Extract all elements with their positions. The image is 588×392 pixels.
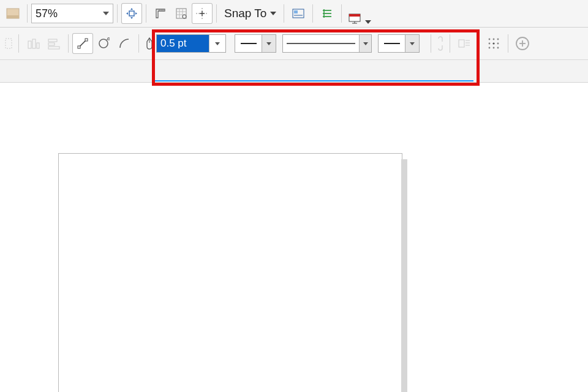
svg-rect-17: [294, 10, 298, 13]
stroke-weight-value[interactable]: 0.5 pt: [157, 35, 209, 52]
svg-rect-27: [6, 39, 12, 48]
chevron-down-icon: [103, 12, 109, 15]
svg-rect-33: [48, 47, 59, 49]
pen-icon: [145, 37, 154, 50]
svg-point-55: [493, 47, 495, 49]
arc-tool[interactable]: [114, 33, 135, 54]
separator: [341, 4, 342, 23]
svg-rect-2: [129, 11, 134, 16]
link-icon: [437, 36, 444, 51]
arc-icon: [118, 37, 130, 50]
svg-point-37: [99, 39, 108, 48]
svg-rect-44: [459, 40, 464, 47]
properties-toolbar: 0.5 pt: [0, 28, 588, 59]
presentation-icon: [348, 13, 361, 24]
guides-toggle[interactable]: [192, 3, 213, 24]
rulers-toggle[interactable]: [150, 3, 171, 24]
ellipse-tool[interactable]: [93, 33, 114, 54]
svg-rect-6: [176, 9, 186, 18]
zoom-in-button[interactable]: [512, 33, 533, 54]
baseline-grid-button[interactable]: [317, 3, 337, 24]
svg-point-56: [497, 47, 499, 49]
chevron-down-icon: [215, 42, 220, 45]
svg-point-54: [489, 47, 491, 49]
svg-point-49: [489, 39, 491, 40]
stroke-weight-dropdown[interactable]: [209, 35, 225, 52]
pen-weight-icon-btn: [143, 33, 156, 54]
snap-label: Snap To: [224, 7, 266, 20]
pan-button[interactable]: [121, 3, 142, 24]
crosshair-icon: [195, 7, 209, 20]
grid-toggle[interactable]: [171, 3, 192, 24]
line-end-preview: [383, 41, 401, 46]
separator: [508, 34, 508, 53]
page[interactable]: [58, 153, 402, 392]
object-tool[interactable]: [2, 33, 15, 54]
line-start-dropdown[interactable]: [262, 35, 276, 52]
master-page-button[interactable]: [288, 3, 309, 24]
lock-ratio[interactable]: [435, 33, 446, 54]
group-center-button[interactable]: [483, 33, 504, 54]
svg-rect-36: [85, 39, 88, 41]
svg-point-52: [489, 43, 491, 45]
svg-rect-1: [7, 15, 19, 18]
separator: [68, 34, 69, 53]
align-distribute-h[interactable]: [43, 33, 64, 54]
svg-point-51: [497, 39, 499, 40]
grid-icon: [175, 7, 187, 20]
separator: [117, 4, 118, 23]
line-end-combo[interactable]: [378, 34, 420, 53]
svg-rect-35: [78, 46, 80, 48]
line-style-preview: [287, 41, 355, 46]
line-end-dropdown[interactable]: [405, 35, 419, 52]
align-distribute-v[interactable]: [23, 33, 43, 54]
view-toolbar: 57% Snap To: [0, 0, 588, 28]
text-wrap-button[interactable]: [454, 33, 475, 54]
svg-rect-24: [349, 14, 360, 17]
line-icon: [77, 37, 89, 50]
presentation-button[interactable]: [345, 3, 374, 24]
chevron-down-icon: [270, 12, 276, 15]
baselines-icon: [321, 7, 333, 20]
thumbnail-color-button[interactable]: [2, 3, 23, 24]
line-start-preview: [239, 41, 258, 46]
line-style-combo[interactable]: [282, 34, 372, 53]
svg-point-53: [497, 43, 499, 45]
stroke-weight-combo[interactable]: 0.5 pt: [156, 34, 226, 53]
plus-circle-icon: [515, 36, 530, 51]
separator: [18, 34, 19, 53]
svg-rect-29: [32, 39, 36, 48]
separator: [284, 4, 284, 23]
zoom-combo[interactable]: 57%: [31, 4, 113, 23]
page-shadow: [401, 159, 407, 392]
circle-node-icon: [97, 37, 110, 50]
move-icon: [126, 7, 138, 20]
svg-point-50: [493, 39, 495, 40]
chevron-down-icon: [365, 20, 371, 24]
svg-point-11: [183, 15, 186, 18]
distribute-v-icon: [26, 37, 40, 50]
svg-rect-32: [48, 43, 55, 45]
page-image-icon: [292, 8, 305, 19]
line-style-dropdown[interactable]: [359, 35, 371, 52]
canvas[interactable]: [0, 86, 588, 392]
chevron-down-icon: [266, 42, 271, 45]
object-icon: [4, 37, 13, 50]
chevron-down-icon: [410, 42, 415, 45]
line-start-combo[interactable]: [235, 34, 276, 53]
separator: [27, 4, 28, 23]
line-tool[interactable]: [72, 33, 93, 54]
separator: [312, 4, 313, 23]
center-dots-icon: [487, 37, 500, 50]
separator: [146, 4, 146, 23]
svg-rect-28: [28, 41, 31, 48]
ruler-background: [0, 60, 588, 82]
separator: [138, 34, 139, 53]
guide-line: [152, 80, 473, 81]
snap-menu[interactable]: Snap To: [221, 7, 280, 20]
svg-rect-31: [48, 39, 57, 42]
svg-rect-39: [108, 38, 110, 40]
svg-rect-30: [37, 43, 39, 48]
distribute-h-icon: [47, 37, 61, 50]
palette-icon: [6, 8, 20, 19]
